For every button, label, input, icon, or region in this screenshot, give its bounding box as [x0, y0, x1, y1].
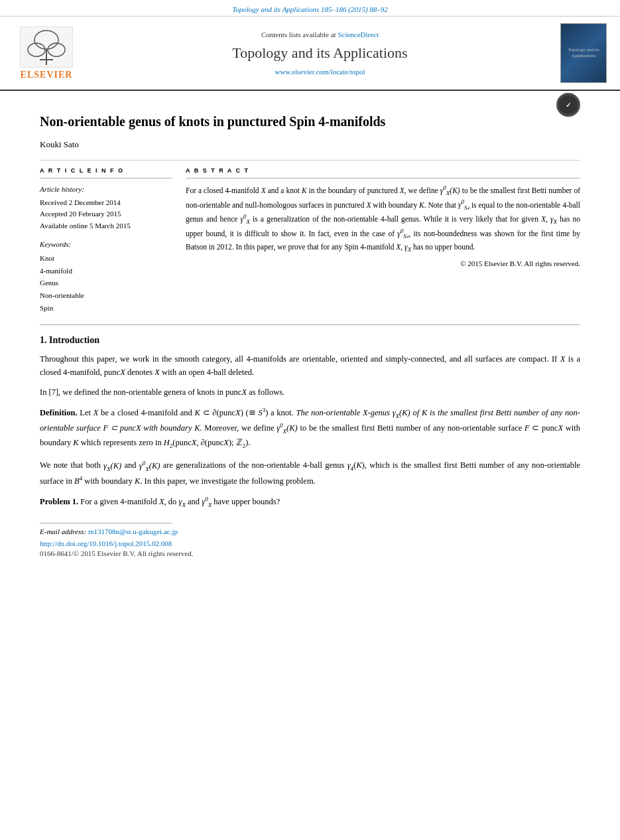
article-history: Article history: Received 2 December 201…: [40, 184, 172, 232]
keyword-3: Genus: [40, 279, 58, 287]
article-info-abstract-section: A R T I C L E I N F O Article history: R…: [40, 160, 580, 315]
abstract-column: A B S T R A C T For a closed 4-manifold …: [186, 167, 580, 315]
elsevier-tree-icon: [20, 27, 73, 68]
definition-block: Definition. Let X be a closed 4-manifold…: [40, 405, 580, 451]
received-date: Received 2 December 2014: [40, 198, 121, 206]
crossmark-icon: ✓: [558, 94, 579, 115]
email-link[interactable]: m131708n@st.u-gakugei.ac.jp: [88, 527, 178, 535]
article-info-column: A R T I C L E I N F O Article history: R…: [40, 167, 172, 315]
problem-block: Problem 1. For a given 4-manifold X, do …: [40, 494, 580, 510]
intro-para-1: Throughout this paper, we work in the sm…: [40, 352, 580, 379]
definition-italic-text: The non-orientable X-genus γX(K) of K is…: [40, 408, 580, 433]
intro-para-2: In [7], we defined the non-orientable ge…: [40, 385, 580, 399]
journal-top-bar: Topology and its Applications 185–186 (2…: [0, 0, 620, 17]
crossmark-badge[interactable]: ✓: [556, 93, 580, 117]
abstract-text: For a closed 4-manifold X and a knot K i…: [186, 184, 580, 254]
keywords-section: Keywords: Knot 4-manifold Genus Non-orie…: [40, 238, 172, 314]
keyword-4: Non-orientable: [40, 291, 84, 299]
doi-anchor[interactable]: http://dx.doi.org/10.1016/j.topol.2015.0…: [40, 539, 172, 547]
copyright-footer: 0166-8641/© 2015 Elsevier B.V. All right…: [40, 549, 580, 557]
elsevier-brand: ELSEVIER: [21, 70, 73, 80]
article-info-heading: A R T I C L E I N F O: [40, 167, 172, 174]
svg-text:✓: ✓: [566, 102, 571, 109]
journal-title: Topology and its Applications: [232, 44, 407, 62]
abstract-copyright: © 2015 Elsevier B.V. All rights reserved…: [186, 259, 580, 267]
journal-header: ELSEVIER Contents lists available at Sci…: [0, 17, 620, 91]
paper-title: Non-orientable genus of knots in punctur…: [40, 113, 580, 130]
sciencedirect-link[interactable]: ScienceDirect: [338, 31, 379, 38]
doi-link[interactable]: http://dx.doi.org/10.1016/j.topol.2015.0…: [40, 539, 580, 547]
footnote-email: E-mail address: m131708n@st.u-gakugei.ac…: [40, 527, 580, 535]
journal-website-link[interactable]: www.elsevier.com/locate/topol: [275, 68, 365, 76]
introduction-heading: 1. Introduction: [40, 335, 580, 346]
keywords-label: Keywords:: [40, 238, 172, 251]
intro-para-3: We note that both γX(K) and γ0X(K) are g…: [40, 458, 580, 487]
available-date: Available online 5 March 2015: [40, 222, 131, 230]
journal-thumb-text: Topology and its Applications: [564, 47, 603, 59]
journal-center-header: Contents lists available at ScienceDirec…: [90, 23, 550, 83]
keyword-1: Knot: [40, 254, 54, 262]
email-label: E-mail address:: [40, 527, 86, 535]
author-name: Kouki Sato: [40, 139, 580, 150]
accepted-date: Accepted 20 February 2015: [40, 210, 121, 218]
main-content: ✓ Non-orientable genus of knots in punct…: [0, 91, 620, 571]
keyword-2: 4-manifold: [40, 267, 72, 275]
footnote-divider: [40, 523, 172, 524]
abstract-heading: A B S T R A C T: [186, 167, 580, 174]
keyword-5: Spin: [40, 304, 53, 312]
definition-label: Definition.: [40, 408, 78, 417]
contents-line: Contents lists available at ScienceDirec…: [261, 31, 379, 38]
problem-label: Problem 1.: [40, 497, 78, 506]
section-divider: [40, 324, 580, 325]
journal-thumbnail: Topology and its Applications: [557, 23, 610, 83]
history-label: Article history:: [40, 184, 172, 196]
elsevier-logo-left: ELSEVIER: [10, 23, 83, 83]
